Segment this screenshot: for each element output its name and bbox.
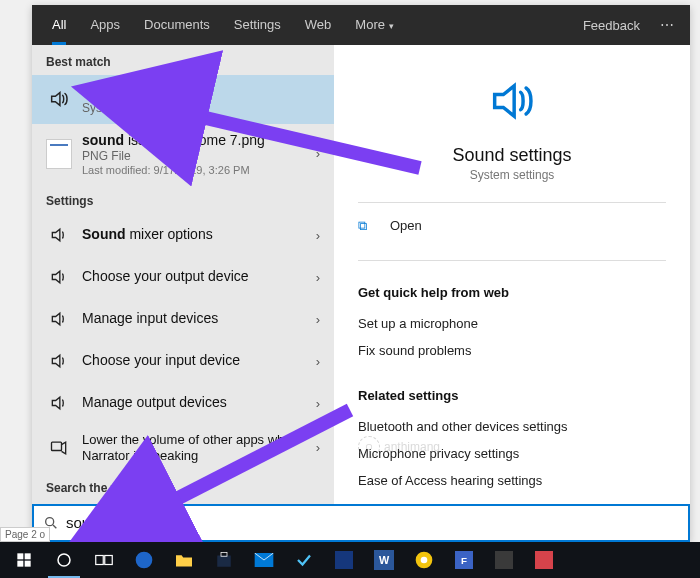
preview-pane: Sound settings System settings ⧉ Open Ge… — [334, 45, 690, 504]
text-caret — [107, 515, 108, 532]
svg-text:W: W — [379, 554, 390, 566]
help-link[interactable]: Fix sound problems — [358, 337, 666, 364]
result-setting[interactable]: Manage output devices › — [32, 382, 334, 424]
preview-title: Sound settings — [452, 145, 571, 166]
taskbar: W F — [0, 542, 700, 578]
taskbar-app-store[interactable] — [204, 542, 244, 578]
tab-more[interactable]: More — [343, 5, 406, 45]
narrator-icon — [46, 435, 72, 461]
svg-rect-10 — [96, 556, 104, 565]
related-head: Related settings — [358, 388, 666, 403]
open-label: Open — [390, 218, 422, 233]
result-title: Manage output devices — [82, 394, 310, 412]
speaker-icon — [46, 222, 72, 248]
chevron-right-icon: › — [310, 440, 320, 455]
result-setting[interactable]: Sound mixer options › — [32, 214, 334, 256]
page-indicator: Page 2 o — [0, 527, 50, 542]
result-setting[interactable]: Choose your input device › — [32, 340, 334, 382]
taskbar-app-generic[interactable] — [484, 542, 524, 578]
taskbar-app-generic[interactable] — [524, 542, 564, 578]
svg-rect-5 — [17, 553, 23, 559]
svg-point-12 — [136, 552, 153, 569]
result-web[interactable]: sound - See web results › — [32, 501, 334, 504]
section-web: Search the web — [32, 471, 334, 501]
feedback-link[interactable]: Feedback — [571, 18, 652, 33]
speaker-icon — [46, 306, 72, 332]
cortana-button[interactable] — [44, 542, 84, 578]
search-bar[interactable]: soundsettings — [32, 504, 690, 542]
related-link[interactable]: Ease of Access hearing settings — [358, 467, 666, 494]
results-list: Best match Sound settings System setting… — [32, 45, 334, 504]
result-title: Choose your input device — [82, 352, 310, 370]
svg-point-2 — [46, 518, 54, 526]
svg-rect-7 — [17, 561, 23, 567]
svg-rect-13 — [217, 556, 231, 567]
result-setting[interactable]: Choose your output device › — [32, 256, 334, 298]
divider — [358, 202, 666, 203]
svg-rect-0 — [52, 442, 62, 450]
divider — [358, 260, 666, 261]
chevron-right-icon: › — [310, 270, 320, 285]
result-title: sound issue in chrome 7.png — [82, 132, 310, 150]
related-link[interactable]: Microphone privacy settings — [358, 440, 666, 467]
taskbar-app-generic[interactable]: F — [444, 542, 484, 578]
chevron-right-icon: › — [310, 396, 320, 411]
tab-documents[interactable]: Documents — [132, 5, 222, 45]
svg-point-20 — [421, 557, 428, 564]
result-file[interactable]: sound issue in chrome 7.png PNG File Las… — [32, 124, 334, 185]
taskbar-app-edge[interactable] — [124, 542, 164, 578]
svg-rect-11 — [105, 556, 113, 565]
speaker-icon — [46, 348, 72, 374]
tab-apps[interactable]: Apps — [78, 5, 132, 45]
open-action[interactable]: ⧉ Open — [358, 211, 666, 240]
result-title: Manage input devices — [82, 310, 310, 328]
svg-rect-23 — [495, 551, 513, 569]
help-link[interactable]: Set up a microphone — [358, 310, 666, 337]
result-modified: Last modified: 9/17/2019, 3:26 PM — [82, 164, 310, 176]
taskbar-app-explorer[interactable] — [164, 542, 204, 578]
tab-settings[interactable]: Settings — [222, 5, 293, 45]
chevron-right-icon: › — [310, 146, 320, 161]
chevron-right-icon: › — [310, 228, 320, 243]
taskbar-app-generic[interactable] — [284, 542, 324, 578]
taskbar-app-word[interactable]: W — [364, 542, 404, 578]
speaker-icon — [46, 86, 72, 112]
result-setting[interactable]: Manage input devices › — [32, 298, 334, 340]
overflow-menu[interactable]: ⋯ — [652, 17, 682, 33]
svg-rect-8 — [25, 561, 31, 567]
open-icon: ⧉ — [358, 218, 378, 234]
result-title: Sound mixer options — [82, 226, 310, 244]
svg-rect-6 — [25, 553, 31, 559]
section-settings: Settings — [32, 184, 334, 214]
tab-web[interactable]: Web — [293, 5, 344, 45]
task-view-button[interactable] — [84, 542, 124, 578]
search-window: All Apps Documents Settings Web More Fee… — [32, 5, 690, 542]
chevron-right-icon: › — [310, 312, 320, 327]
start-button[interactable] — [4, 542, 44, 578]
speaker-icon — [46, 264, 72, 290]
result-subtitle: System settings — [82, 101, 320, 116]
section-best-match: Best match — [32, 45, 334, 75]
search-ghost-text: settings — [109, 514, 161, 531]
tab-all[interactable]: All — [40, 5, 78, 45]
help-head: Get quick help from web — [358, 285, 666, 300]
svg-rect-24 — [535, 551, 553, 569]
result-sound-settings[interactable]: Sound settings System settings — [32, 75, 334, 124]
result-title: Lower the volume of other apps when Narr… — [82, 432, 310, 463]
taskbar-app-mail[interactable] — [244, 542, 284, 578]
svg-text:F: F — [461, 555, 467, 566]
chevron-right-icon: › — [310, 354, 320, 369]
search-typed-text: sound — [66, 514, 107, 531]
speaker-icon — [46, 390, 72, 416]
result-filetype: PNG File — [82, 149, 310, 164]
file-thumb-icon — [46, 141, 72, 167]
taskbar-app-generic[interactable] — [324, 542, 364, 578]
result-title: Choose your output device — [82, 268, 310, 286]
result-setting[interactable]: Lower the volume of other apps when Narr… — [32, 424, 334, 471]
taskbar-app-chrome[interactable] — [404, 542, 444, 578]
result-title: Sound settings — [82, 83, 320, 101]
svg-rect-16 — [335, 551, 353, 569]
related-link[interactable]: Bluetooth and other devices settings — [358, 413, 666, 440]
svg-point-9 — [58, 554, 70, 566]
preview-subtitle: System settings — [470, 168, 555, 182]
